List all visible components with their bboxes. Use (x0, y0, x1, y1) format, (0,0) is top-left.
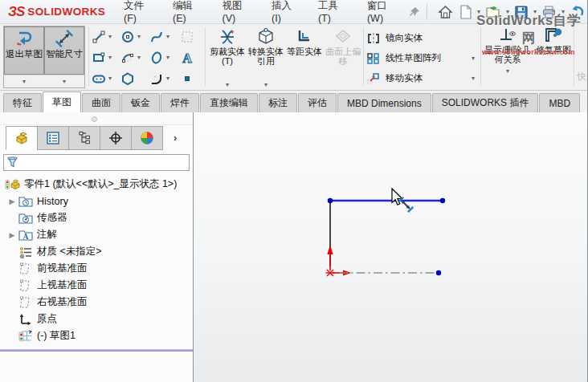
tree-item-history[interactable]: ▶ History (0, 193, 193, 209)
sketch-fillet-tool-button[interactable]: × ▾ (148, 68, 178, 89)
circle-icon (120, 30, 135, 44)
home-icon[interactable] (435, 3, 455, 21)
save-icon[interactable] (512, 3, 531, 21)
tree-item-label: 材质 <未指定> (37, 245, 102, 258)
slot-tool-caret[interactable]: ▾ (108, 75, 112, 82)
tree-item-right-plane[interactable]: 右视基准面 (0, 294, 193, 311)
mirror-entities-button[interactable]: 镜向实体 (366, 28, 479, 48)
trim-entities-button[interactable]: 剪裁实体(T) ▾ (208, 26, 247, 89)
sketch-fillet-tool-caret[interactable]: ▾ (165, 75, 170, 82)
circle-tool-button[interactable]: ▾ (119, 26, 148, 47)
undo-icon[interactable] (567, 3, 588, 21)
circle-tool-caret[interactable]: ▾ (137, 34, 141, 40)
tree-item-front-plane[interactable]: 前视基准面 (0, 260, 193, 277)
smart-dimension-button[interactable]: 智能尺寸 (44, 26, 84, 75)
panel-splitter[interactable] (0, 112, 193, 125)
move-entities-button[interactable]: 移动实体 ▾ (366, 68, 479, 88)
convert-entities-button[interactable]: 转换实体引用 ▾ (247, 26, 285, 89)
trim-entities-dropdown[interactable]: ▾ (225, 78, 230, 89)
tree-item-material[interactable]: 材质 <未指定> (0, 243, 193, 260)
tab-features[interactable]: 特征 (3, 93, 42, 112)
panel-splitter-handle-icon[interactable] (92, 116, 97, 122)
open-icon[interactable] (483, 3, 504, 21)
offset-entities-button[interactable]: 等距实体 (285, 26, 324, 89)
display-delete-relations-button[interactable]: 显示/删除几何关系 ▾ (483, 26, 533, 89)
solidworks-window: ЗS SOLIDWORKS 文件(F) 编辑(E) 视图(V) 插入(I) 工具… (0, 0, 588, 382)
expand-arrow-icon[interactable]: ▶ (6, 231, 18, 239)
tab-mbd[interactable]: MBD (539, 93, 580, 112)
ribbon-group-sketch-main: 退出草图 ▾ 智能尺寸 ▾ (3, 26, 85, 88)
graphics-area[interactable] (194, 112, 588, 382)
menu-insert[interactable]: 插入(I) (270, 0, 296, 26)
menu-file[interactable]: 文件(F) (122, 0, 150, 26)
save-caret[interactable]: ▾ (533, 9, 537, 15)
smart-dimension-dropdown[interactable]: ▾ (44, 75, 84, 87)
menu-view[interactable]: 视图(V) (221, 0, 250, 26)
rollback-bar[interactable] (0, 349, 193, 352)
tree-item-origin[interactable]: 原点 (0, 311, 193, 327)
tree-filter-box[interactable] (3, 154, 190, 171)
content-area: › 零件1 (默认<<默认>_显示状态 1>) ▶ History (0, 112, 588, 382)
tab-property-manager[interactable] (37, 126, 69, 150)
open-caret[interactable]: ▾ (505, 9, 510, 15)
rectangle-tool-button[interactable]: ▾ (90, 47, 119, 68)
tab-feature-manager[interactable] (6, 126, 38, 150)
exit-sketch-dropdown[interactable]: ▾ (4, 75, 44, 87)
tab-dimxpert-manager[interactable] (100, 126, 132, 150)
filter-funnel-icon (6, 156, 18, 169)
origin-marker[interactable] (326, 245, 352, 276)
point-tool-button[interactable] (178, 68, 204, 89)
expand-arrow-icon[interactable]: ▶ (6, 197, 18, 205)
tab-configuration-manager[interactable] (68, 126, 100, 150)
menu-window[interactable]: 窗口(W) (365, 0, 396, 26)
tree-item-top-plane[interactable]: 上视基准面 (0, 277, 193, 294)
new-document-caret[interactable]: ▾ (476, 9, 481, 15)
tree-item-sketch1[interactable]: (-) 草图1 (0, 327, 193, 344)
tab-weldments[interactable]: 焊件 (161, 93, 199, 112)
sketch-text-tool-button[interactable]: A (178, 47, 204, 68)
line-tool-caret[interactable]: ▾ (108, 34, 112, 40)
spline-tool-caret[interactable]: ▾ (165, 34, 170, 40)
tab-solidworks-addins[interactable]: SOLIDWORKS 插件 (432, 93, 539, 112)
display-manager-icon (139, 131, 155, 145)
linear-sketch-pattern-caret[interactable]: ▾ (471, 55, 476, 62)
spline-tool-button[interactable]: ▾ (148, 26, 178, 47)
rectangle-tool-caret[interactable]: ▾ (108, 55, 112, 61)
tab-surfaces[interactable]: 曲面 (82, 93, 120, 112)
sketch-endpoint[interactable] (328, 198, 333, 203)
menu-tools[interactable]: 工具(T) (316, 0, 345, 26)
arc-tool-caret[interactable]: ▾ (137, 55, 141, 61)
sketch-endpoint[interactable] (440, 198, 445, 203)
print-icon[interactable] (539, 3, 559, 21)
polygon-tool-button[interactable] (119, 68, 148, 89)
tree-item-part-root[interactable]: 零件1 (默认<<默认>_显示状态 1>) (0, 176, 193, 193)
exit-sketch-button[interactable]: 退出草图 (4, 26, 44, 75)
linear-sketch-pattern-button[interactable]: 线性草图阵列 ▾ (366, 48, 479, 68)
tab-direct-editing[interactable]: 直接编辑 (200, 93, 258, 112)
tree-item-sensors[interactable]: 传感器 (0, 209, 193, 226)
pin-menu-icon[interactable] (409, 6, 420, 18)
repair-sketch-button[interactable]: 修复草图 (534, 26, 573, 55)
tab-sheet-metal[interactable]: 钣金 (121, 93, 160, 112)
arc-tool-button[interactable]: ▾ (119, 47, 148, 68)
slot-tool-button[interactable]: ▾ (90, 68, 119, 89)
menu-edit[interactable]: 编辑(E) (171, 0, 200, 26)
tab-evaluate[interactable]: 评估 (298, 93, 337, 112)
tab-mbd-dimensions[interactable]: MBD Dimensions (337, 93, 431, 112)
tab-sketch[interactable]: 草图 (43, 91, 81, 112)
ellipse-tool-caret[interactable]: ▾ (165, 55, 170, 61)
panel-expand-icon[interactable]: › (174, 132, 177, 144)
tab-display-manager[interactable] (131, 126, 163, 150)
sketch-endpoint[interactable] (436, 270, 441, 275)
tree-item-annotations[interactable]: ▶ A 注解 (0, 226, 193, 243)
tab-markup[interactable]: 标注 (259, 93, 297, 112)
convert-entities-dropdown[interactable]: ▾ (263, 78, 268, 89)
move-entities-caret[interactable]: ▾ (471, 75, 476, 82)
polygon-icon (120, 71, 135, 86)
display-delete-relations-dropdown[interactable]: ▾ (505, 64, 510, 75)
ribbon-separator (205, 27, 206, 86)
line-tool-button[interactable]: ▾ (90, 26, 119, 47)
print-caret[interactable]: ▾ (561, 9, 566, 15)
ellipse-tool-button[interactable]: ▾ (148, 47, 178, 68)
new-document-icon[interactable] (457, 3, 475, 21)
